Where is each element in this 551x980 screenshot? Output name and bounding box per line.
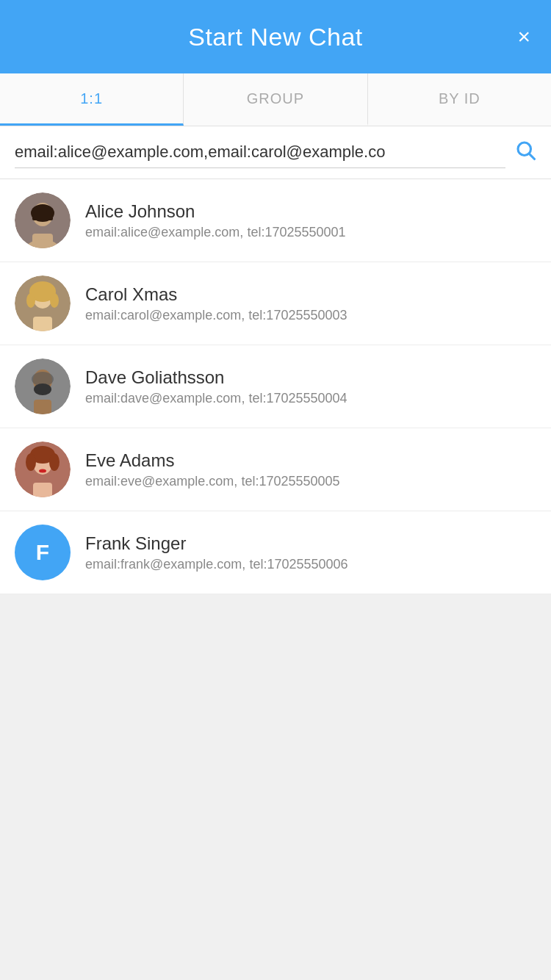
avatar <box>15 442 71 497</box>
svg-line-1 <box>530 154 535 159</box>
contact-name: Frank Singer <box>85 533 536 554</box>
svg-point-22 <box>26 453 36 471</box>
list-item[interactable]: Alice Johnson email:alice@example.com, t… <box>0 179 551 262</box>
contact-name: Eve Adams <box>85 450 536 471</box>
list-item[interactable]: F Frank Singer email:frank@example.com, … <box>0 511 551 594</box>
tab-bar: 1:1 GROUP BY ID <box>0 73 551 126</box>
svg-point-23 <box>49 453 60 471</box>
avatar <box>15 192 71 248</box>
contact-details: email:alice@example.com, tel:17025550001 <box>85 225 536 240</box>
svg-rect-25 <box>33 483 52 497</box>
svg-point-17 <box>34 383 51 395</box>
header: Start New Chat × <box>0 0 551 73</box>
svg-point-12 <box>50 293 59 308</box>
tab-group[interactable]: GROUP <box>184 73 367 126</box>
contact-info: Alice Johnson email:alice@example.com, t… <box>85 201 536 240</box>
svg-point-11 <box>26 293 35 308</box>
avatar: F <box>15 525 71 580</box>
tab-1to1[interactable]: 1:1 <box>0 73 184 126</box>
contact-info: Carol Xmas email:carol@example.com, tel:… <box>85 284 536 323</box>
contact-info: Dave Goliathsson email:dave@example.com,… <box>85 367 536 406</box>
contact-name: Alice Johnson <box>85 201 536 222</box>
avatar <box>15 359 71 414</box>
page-title: Start New Chat <box>188 23 363 51</box>
contact-details: email:carol@example.com, tel:17025550003 <box>85 308 536 323</box>
search-input[interactable] <box>15 137 505 168</box>
contact-list: Alice Johnson email:alice@example.com, t… <box>0 179 551 594</box>
contact-info: Eve Adams email:eve@example.com, tel:170… <box>85 450 536 489</box>
svg-point-24 <box>39 469 46 473</box>
tab-byid[interactable]: BY ID <box>368 73 551 126</box>
list-item[interactable]: Eve Adams email:eve@example.com, tel:170… <box>0 428 551 511</box>
search-bar <box>0 126 551 179</box>
contact-details: email:frank@example.com, tel:17025550006 <box>85 557 536 572</box>
contact-info: Frank Singer email:frank@example.com, te… <box>85 533 536 572</box>
svg-rect-5 <box>32 215 53 220</box>
svg-rect-13 <box>33 317 52 331</box>
contact-details: email:eve@example.com, tel:17025550005 <box>85 474 536 489</box>
close-button[interactable]: × <box>517 26 530 48</box>
avatar <box>15 275 71 331</box>
contact-name: Dave Goliathsson <box>85 367 536 388</box>
search-icon-button[interactable] <box>514 139 536 166</box>
list-item[interactable]: Carol Xmas email:carol@example.com, tel:… <box>0 262 551 345</box>
search-icon <box>514 139 536 161</box>
svg-rect-18 <box>34 400 51 414</box>
contact-name: Carol Xmas <box>85 284 536 305</box>
contact-details: email:dave@example.com, tel:17025550004 <box>85 391 536 406</box>
list-item[interactable]: Dave Goliathsson email:dave@example.com,… <box>0 345 551 428</box>
